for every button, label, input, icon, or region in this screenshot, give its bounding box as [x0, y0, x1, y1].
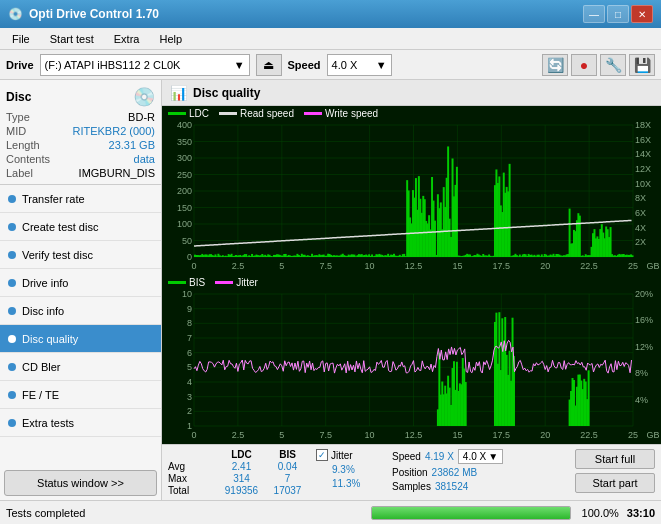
samples-row: Samples 381524: [392, 481, 569, 492]
stats-total-bis: 17037: [265, 485, 310, 496]
titlebar-controls: — □ ✕: [583, 5, 653, 23]
progress-bar-container: [371, 506, 571, 520]
nav-extra-tests[interactable]: Extra tests: [0, 409, 161, 437]
close-button[interactable]: ✕: [631, 5, 653, 23]
progress-bar-fill: [372, 507, 570, 519]
start-part-button[interactable]: Start part: [575, 473, 655, 493]
menu-start-test[interactable]: Start test: [42, 31, 102, 47]
stats-col-bis: BIS: [265, 449, 310, 460]
sidebar-nav: Transfer rate Create test disc Verify te…: [0, 185, 161, 466]
write-speed-legend: Write speed: [304, 108, 378, 119]
speed-stat-select[interactable]: 4.0 X ▼: [458, 449, 503, 464]
start-full-button[interactable]: Start full: [575, 449, 655, 469]
jitter-checkbox[interactable]: ✓: [316, 449, 328, 461]
write-speed-label: Write speed: [325, 108, 378, 119]
jitter-checkbox-row: ✓ Jitter: [316, 449, 386, 461]
nav-disc-info-label: Disc info: [22, 305, 64, 317]
maximize-button[interactable]: □: [607, 5, 629, 23]
position-value: 23862 MB: [432, 467, 478, 478]
eject-button[interactable]: ⏏: [256, 54, 282, 76]
menu-help[interactable]: Help: [151, 31, 190, 47]
nav-drive-info-label: Drive info: [22, 277, 68, 289]
nav-dot: [8, 419, 16, 427]
disc-mid-label: MID: [6, 125, 26, 137]
jitter-legend: Jitter: [215, 277, 258, 288]
time-display: 33:10: [627, 507, 655, 519]
samples-label: Samples: [392, 481, 431, 492]
nav-dot: [8, 195, 16, 203]
nav-extra-tests-label: Extra tests: [22, 417, 74, 429]
nav-dot: [8, 363, 16, 371]
disc-label-row: Label IMGBURN_DIS: [6, 166, 155, 180]
record-button[interactable]: ●: [571, 54, 597, 76]
nav-dot: [8, 251, 16, 259]
nav-transfer-rate-label: Transfer rate: [22, 193, 85, 205]
stats-avg-ldc: 2.41: [219, 461, 264, 472]
drive-select[interactable]: (F:) ATAPI iHBS112 2 CL0K ▼: [40, 54, 250, 76]
nav-drive-info[interactable]: Drive info: [0, 269, 161, 297]
drive-dropdown-icon: ▼: [234, 59, 245, 71]
read-speed-legend: Read speed: [219, 108, 294, 119]
top-chart: [162, 121, 661, 275]
status-window-button[interactable]: Status window >>: [4, 470, 157, 496]
stats-max-ldc: 314: [219, 473, 264, 484]
speed-select-value: 4.0 X: [463, 451, 486, 462]
stats-col-ldc: LDC: [219, 449, 264, 460]
nav-create-test-disc[interactable]: Create test disc: [0, 213, 161, 241]
titlebar-left: 💿 Opti Drive Control 1.70: [8, 7, 159, 21]
nav-fe-te[interactable]: FE / TE: [0, 381, 161, 409]
nav-disc-quality-label: Disc quality: [22, 333, 78, 345]
speed-position-section: Speed 4.19 X 4.0 X ▼ Position 23862 MB S…: [392, 449, 569, 492]
bottom-chart-container: [162, 290, 661, 444]
nav-dot: [8, 223, 16, 231]
ldc-legend: LDC: [168, 108, 209, 119]
disc-section: Disc 💿 Type BD-R MID RITEKBR2 (000) Leng…: [0, 80, 161, 185]
nav-disc-info[interactable]: Disc info: [0, 297, 161, 325]
nav-dot-active: [8, 335, 16, 343]
position-row: Position 23862 MB: [392, 467, 569, 478]
nav-dot: [8, 307, 16, 315]
stats-table: LDC BIS Avg 2.41 0.04 Max 314 7 Total 91…: [168, 449, 310, 496]
position-label: Position: [392, 467, 428, 478]
jitter-section: ✓ Jitter 9.3% 11.3%: [316, 449, 386, 489]
samples-value: 381524: [435, 481, 468, 492]
disc-disc-label: Label: [6, 167, 33, 179]
content-icon: 📊: [170, 85, 187, 101]
nav-dot: [8, 279, 16, 287]
toolbar-icons: 🔄 ● 🔧 💾: [542, 54, 655, 76]
disc-length-label: Length: [6, 139, 40, 151]
status-text: Tests completed: [6, 507, 363, 519]
progress-percent: 100.0%: [579, 507, 619, 519]
speed-select-arrow: ▼: [488, 451, 498, 462]
menu-extra[interactable]: Extra: [106, 31, 148, 47]
content-header: 📊 Disc quality: [162, 80, 661, 106]
minimize-button[interactable]: —: [583, 5, 605, 23]
statusbar: Tests completed 100.0% 33:10: [0, 500, 661, 524]
nav-verify-test-disc[interactable]: Verify test disc: [0, 241, 161, 269]
stats-area: LDC BIS Avg 2.41 0.04 Max 314 7 Total 91…: [162, 444, 661, 500]
drivebar: Drive (F:) ATAPI iHBS112 2 CL0K ▼ ⏏ Spee…: [0, 50, 661, 80]
nav-cd-bler-label: CD Bler: [22, 361, 61, 373]
app-title: Opti Drive Control 1.70: [29, 7, 159, 21]
refresh-button[interactable]: 🔄: [542, 54, 568, 76]
disc-length-value: 23.31 GB: [109, 139, 155, 151]
bottom-chart: [162, 290, 661, 444]
speed-label: Speed: [288, 59, 321, 71]
nav-disc-quality[interactable]: Disc quality: [0, 325, 161, 353]
disc-header-label: Disc: [6, 90, 31, 104]
titlebar: 💿 Opti Drive Control 1.70 — □ ✕: [0, 0, 661, 28]
ldc-label: LDC: [189, 108, 209, 119]
write-speed-color: [304, 112, 322, 115]
stats-avg-bis: 0.04: [265, 461, 310, 472]
save-button[interactable]: 💾: [629, 54, 655, 76]
nav-transfer-rate[interactable]: Transfer rate: [0, 185, 161, 213]
nav-cd-bler[interactable]: CD Bler: [0, 353, 161, 381]
content-title: Disc quality: [193, 86, 260, 100]
menubar: File Start test Extra Help: [0, 28, 661, 50]
speed-select[interactable]: 4.0 X ▼: [327, 54, 392, 76]
stats-col-empty: [168, 449, 218, 460]
disc-contents-label: Contents: [6, 153, 50, 165]
speed-stat-label: Speed: [392, 451, 421, 462]
settings-button[interactable]: 🔧: [600, 54, 626, 76]
menu-file[interactable]: File: [4, 31, 38, 47]
